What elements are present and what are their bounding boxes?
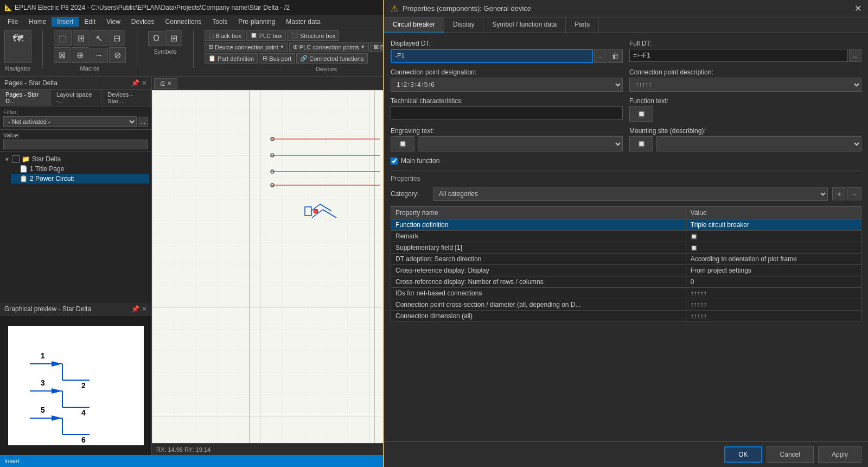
function-text-icon-btn[interactable]: 🔲	[629, 106, 653, 122]
filter-options-button[interactable]: ...	[138, 117, 148, 127]
pin-icon[interactable]: 📌	[131, 79, 139, 87]
panel-tab-layout[interactable]: Layout space -...	[51, 90, 102, 106]
plc-conn-arrow[interactable]: ▼	[361, 45, 365, 49]
toolbar-group-navigator: 🗺 Navigator	[4, 30, 31, 72]
menu-insert[interactable]: Insert	[52, 17, 79, 27]
device-connection-button[interactable]: ⊞ Device connection point ▼	[205, 42, 288, 52]
displayed-dt-input[interactable]	[391, 49, 593, 63]
toolbar-btn-sym3[interactable]: ↖	[91, 30, 107, 46]
toolbar-btn-sym2[interactable]: ⊞	[73, 30, 90, 46]
macros-label: Macros	[54, 65, 126, 72]
full-dt-input[interactable]	[629, 49, 848, 62]
structure-box-button[interactable]: ⬛ Structure box	[287, 30, 339, 41]
table-row-4[interactable]: Cross-reference display: Display From pr…	[391, 265, 861, 276]
toolbar-sym-b[interactable]: ⊞	[165, 30, 182, 46]
tech-char-input[interactable]	[391, 106, 623, 119]
remove-property-btn[interactable]: −	[847, 187, 861, 200]
toolbar-btn-sym4[interactable]: ⊟	[108, 30, 125, 46]
menu-file[interactable]: File	[2, 17, 23, 27]
panel-close-icon[interactable]: ✕	[142, 79, 147, 87]
function-text-label: Function text:	[629, 97, 861, 105]
conn-designation-row: 1↑2↑3↑4↑5↑6	[391, 78, 623, 92]
table-row-8[interactable]: Connection dimension (all) ↑↑↑↑↑	[391, 311, 861, 322]
dialog-footer: OK Cancel Apply	[384, 441, 868, 467]
toolbar-btn-sym6[interactable]: ⊕	[72, 47, 88, 63]
preview-controls: 📌 ✕	[131, 305, 147, 313]
table-row-2[interactable]: Supplementary field [1] 🔲	[391, 242, 861, 254]
prop-value-3: According to orientation of plot frame	[686, 254, 861, 265]
tree-root[interactable]: ▼ 📁 Star Delta	[2, 154, 149, 164]
table-row-6[interactable]: IDs for net-based connections ↑↑↑↑↑	[391, 288, 861, 299]
mounting-site-select[interactable]	[656, 136, 861, 152]
tree-checkbox-root[interactable]	[12, 155, 20, 163]
navigator-button[interactable]: 🗺	[4, 30, 31, 63]
table-row-1[interactable]: Remark 🔲	[391, 231, 861, 242]
connected-functions-button[interactable]: 🔗 Connected functions	[296, 53, 367, 64]
tree-item-title-page[interactable]: ▶ 📄 1 Title Page	[11, 164, 149, 174]
dialog-tab-parts[interactable]: Parts	[566, 17, 599, 33]
ok-button[interactable]: OK	[724, 446, 762, 463]
toolbar-btn-sym5[interactable]: ⊠	[54, 47, 71, 63]
toolbar-btn-sym8[interactable]: ⊘	[109, 47, 126, 63]
menu-view[interactable]: View	[101, 17, 126, 27]
table-row-3[interactable]: DT adoption: Search direction According …	[391, 254, 861, 265]
conn-description-select[interactable]: ↑↑↑↑↑	[629, 78, 861, 92]
tree-item-power-circuit[interactable]: ▶ 📋 2 Power Circuit	[11, 174, 149, 184]
panel-tab-pages[interactable]: Pages - Star D...	[0, 90, 51, 106]
plc-box-button[interactable]: 🔲 PLC box	[246, 30, 286, 41]
dialog-tab-circuit-breaker[interactable]: Circuit breaker	[384, 17, 444, 33]
displayed-dt-clear-btn[interactable]: 🗑	[608, 49, 623, 63]
engraving-select[interactable]	[418, 136, 623, 152]
menu-devices[interactable]: Devices	[126, 17, 160, 27]
preview-close-icon[interactable]: ✕	[142, 305, 147, 313]
black-box-button[interactable]: ⬚ Black box	[205, 30, 245, 41]
panel-tab-devices[interactable]: Devices - Star...	[102, 90, 151, 106]
menu-tools[interactable]: Tools	[207, 17, 233, 27]
conn-designation-select[interactable]: 1↑2↑3↑4↑5↑6	[391, 78, 623, 92]
part-def-label: Part definition	[218, 55, 254, 62]
mounting-site-icon-btn[interactable]: 🔲	[629, 136, 653, 152]
form-row-connection: Connection point designation: 1↑2↑3↑4↑5↑…	[391, 68, 861, 92]
toolbar-sym-a[interactable]: Ω	[148, 31, 164, 46]
device-conn-arrow[interactable]: ▼	[280, 45, 284, 49]
full-dt-ellipsis-btn[interactable]: ...	[849, 49, 861, 62]
main-function-checkbox[interactable]	[391, 157, 398, 165]
prop-value-7: ↑↑↑↑↑	[686, 299, 861, 311]
dialog-tab-display[interactable]: Display	[444, 17, 483, 33]
svg-text:5: 5	[41, 406, 45, 414]
menu-home[interactable]: Home	[23, 17, 52, 27]
table-row-7[interactable]: Connection point cross-section / diamete…	[391, 299, 861, 311]
engraving-icon-btn[interactable]: 🔲	[391, 136, 414, 152]
plc-connection-button[interactable]: ⊕ PLC connection points ▼	[289, 42, 369, 52]
canvas-tab-inactive[interactable]: /2 ✕	[154, 78, 177, 89]
bus-port-button[interactable]: ⊟ Bus port	[259, 53, 295, 64]
menu-masterdata[interactable]: Master data	[280, 17, 326, 27]
preview-pin-icon[interactable]: 📌	[131, 305, 139, 313]
toolbar-btn-sym7[interactable]: →	[90, 48, 108, 63]
toolbar-btn-sym1[interactable]: ⬚	[54, 30, 72, 46]
dialog-tab-symbol[interactable]: Symbol / function data	[483, 17, 566, 33]
dialog-close-button[interactable]: ✕	[854, 3, 861, 14]
menu-preplanning[interactable]: Pre-planning	[233, 17, 280, 27]
apply-button[interactable]: Apply	[818, 446, 861, 463]
filter-select[interactable]: - Not activated -	[3, 116, 137, 127]
add-property-btn[interactable]: +	[832, 187, 846, 200]
part-definition-button[interactable]: 📋 Part definition	[205, 53, 258, 64]
prop-icon-2: 🔲	[691, 245, 697, 251]
engraving-row: 🔲	[391, 136, 623, 152]
status-text: Insert	[4, 458, 20, 464]
displayed-dt-input-row: ... 🗑	[391, 49, 623, 63]
tab-close-icon[interactable]: ✕	[167, 80, 171, 86]
menu-connections[interactable]: Connections	[160, 17, 207, 27]
menu-edit[interactable]: Edit	[79, 17, 101, 27]
table-row-0[interactable]: Function definition Triple circuit break…	[391, 219, 861, 231]
prop-name-8: Connection dimension (all)	[391, 311, 686, 322]
device-conn-icon: ⊞	[208, 43, 213, 51]
value-input[interactable]	[3, 140, 148, 149]
plc-conn-label: PLC connection points	[299, 44, 359, 51]
displayed-dt-ellipsis-btn[interactable]: ...	[594, 49, 607, 63]
plc-box-label: PLC box	[259, 33, 282, 39]
category-select[interactable]: All categories	[433, 187, 828, 201]
cancel-button[interactable]: Cancel	[767, 446, 814, 463]
table-row-5[interactable]: Cross-reference display: Number of rows …	[391, 276, 861, 288]
